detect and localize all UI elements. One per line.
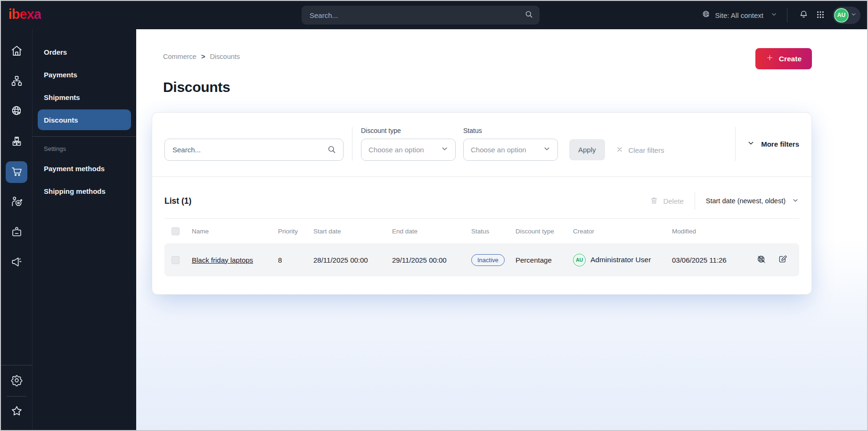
discount-type-select[interactable]: Choose an option (361, 139, 456, 161)
filter-search-input[interactable] (164, 139, 344, 161)
rail-item-customers[interactable] (6, 222, 27, 243)
creator-name: Administrator User (590, 256, 651, 264)
sort-dropdown[interactable]: Start date (newest, oldest) (706, 197, 799, 206)
priority-value: 8 (278, 256, 313, 264)
sidebar-item-discounts[interactable]: Discounts (38, 109, 131, 130)
preview-disabled-button[interactable] (756, 254, 767, 266)
discount-type-label: Discount type (361, 127, 456, 134)
create-button[interactable]: Create (755, 48, 812, 69)
column-modified: Modified (672, 228, 754, 235)
filters-divider (352, 127, 352, 161)
filters-bar: Discount type Choose an option Status Ch… (152, 113, 811, 177)
person-target-icon (10, 195, 23, 209)
rail-item-site[interactable] (6, 101, 27, 123)
breadcrumb-commerce[interactable]: Commerce (163, 53, 197, 60)
clear-filters-button[interactable]: Clear filters (616, 146, 664, 155)
rail-item-home[interactable] (6, 41, 27, 62)
discount-type-value: Choose an option (368, 146, 441, 154)
filter-discount-type: Discount type Choose an option (361, 127, 456, 161)
topbar-divider (787, 8, 787, 22)
column-end-date: End date (392, 228, 471, 235)
sidebar-item-shipping-methods[interactable]: Shipping methods (38, 181, 131, 201)
end-date-value: 29/11/2025 00:00 (392, 256, 471, 264)
list-title: List (1) (164, 196, 191, 206)
list-actions-divider (695, 192, 695, 210)
discounts-list: List (1) Delete Start date (newest, olde… (152, 177, 811, 294)
rail-item-admin-settings[interactable] (6, 370, 27, 392)
bell-icon (799, 9, 809, 21)
app-window: ibexa Site: All context (0, 0, 868, 431)
more-filters-label: More filters (761, 140, 799, 148)
boxes-icon (10, 135, 23, 149)
discount-type-value: Percentage (516, 256, 573, 264)
status-select[interactable]: Choose an option (463, 139, 558, 161)
rail-divider (1, 365, 32, 365)
app-switcher-button[interactable] (812, 7, 829, 24)
rail-item-favorites[interactable] (6, 401, 27, 423)
sidebar-item-orders[interactable]: Orders (38, 41, 131, 62)
rail-item-marketing[interactable] (6, 252, 27, 274)
filter-search[interactable] (164, 139, 344, 161)
ibexa-logo: ibexa (8, 8, 41, 23)
rail-item-personalization[interactable] (6, 191, 27, 213)
creator-avatar: AU (573, 254, 586, 266)
delete-button-label: Delete (663, 197, 683, 205)
plus-icon (766, 54, 774, 64)
rail-item-commerce[interactable] (6, 161, 27, 183)
global-search-input[interactable] (302, 11, 524, 19)
edit-button[interactable] (778, 254, 787, 266)
status-badge: Inactive (471, 254, 505, 266)
icon-rail (1, 29, 33, 430)
sidebar-item-shipments[interactable]: Shipments (38, 87, 131, 108)
clear-filters-label: Clear filters (629, 146, 664, 154)
preview-disabled-icon (756, 254, 767, 266)
breadcrumb: Commerce > Discounts (152, 48, 240, 60)
topbar: ibexa Site: All context (1, 1, 867, 29)
site-context-switcher[interactable]: Site: All context (702, 10, 778, 20)
topbar-right: Site: All context AU (702, 7, 860, 24)
sidebar-item-payments[interactable]: Payments (38, 64, 131, 85)
more-filters-button[interactable]: More filters (747, 139, 799, 149)
search-icon (327, 145, 336, 156)
table-row: Black friday laptops 8 28/11/2025 00:00 … (164, 243, 799, 276)
chevron-down-icon (543, 145, 551, 155)
status-label: Status (463, 127, 558, 134)
delete-button[interactable]: Delete (650, 196, 683, 206)
column-name: Name (192, 228, 278, 235)
breadcrumb-discounts: Discounts (210, 53, 240, 60)
breadcrumb-separator: > (201, 53, 205, 60)
column-status: Status (471, 228, 516, 235)
apply-button[interactable]: Apply (569, 139, 605, 160)
chevron-down-icon (851, 11, 857, 19)
select-all-checkbox[interactable] (172, 227, 180, 235)
sidebar-divider (33, 136, 136, 137)
start-date-value: 28/11/2025 00:00 (313, 256, 392, 264)
user-menu[interactable]: AU (833, 7, 860, 24)
shopping-cart-icon (10, 165, 23, 179)
globe-cursor-icon (702, 10, 711, 20)
modified-value: 03/06/2025 11:26 (672, 256, 754, 264)
close-icon (616, 146, 623, 155)
discount-name-link[interactable]: Black friday laptops (192, 256, 253, 264)
globe-cursor-icon (10, 105, 23, 119)
commerce-sidebar: Orders Payments Shipments Discounts Sett… (33, 29, 136, 430)
notifications-button[interactable] (795, 7, 812, 24)
avatar: AU (834, 8, 849, 23)
sidebar-section-settings: Settings (44, 145, 131, 152)
chevron-down-icon (770, 11, 778, 19)
column-start-date: Start date (313, 228, 392, 235)
trash-icon (650, 196, 658, 206)
rail-divider (7, 396, 26, 397)
page-title: Discounts (163, 79, 812, 95)
rail-item-content-structure[interactable] (6, 71, 27, 92)
rail-item-products[interactable] (6, 131, 27, 153)
filter-status: Status Choose an option (463, 127, 558, 161)
app-grid-icon (816, 10, 825, 21)
chevron-down-icon (441, 145, 449, 155)
sidebar-item-payment-methods[interactable]: Payment methods (38, 158, 131, 179)
row-checkbox[interactable] (172, 256, 180, 264)
filters-divider (735, 127, 736, 161)
status-value: Choose an option (471, 146, 543, 154)
id-badge-icon (10, 225, 23, 240)
global-search[interactable] (302, 6, 540, 25)
